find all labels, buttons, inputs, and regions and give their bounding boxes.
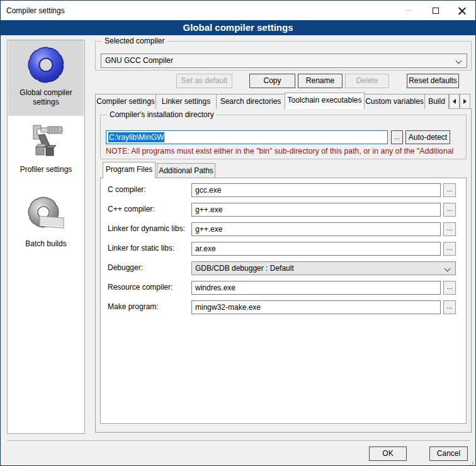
footer-divider: [7, 440, 470, 441]
window-title: Compiler settings: [1, 6, 396, 15]
selected-compiler-group: Selected compiler GNU GCC Compiler: [95, 41, 472, 71]
field-row-make-program: Make program: mingw32-make.exe ...: [100, 300, 467, 314]
selected-compiler-group-label: Selected compiler: [102, 37, 167, 45]
minimize-button: [396, 1, 422, 20]
resource-compiler-input[interactable]: windres.exe: [191, 281, 441, 295]
maximize-button[interactable]: [422, 1, 449, 20]
tab-search-directories[interactable]: Search directories: [216, 94, 285, 109]
ok-button[interactable]: OK: [369, 446, 407, 461]
resource-compiler-browse-button[interactable]: ...: [443, 281, 456, 295]
resize-grip[interactable]: [472, 462, 473, 463]
installation-directory-input[interactable]: C:\raylib\MinGW: [106, 130, 388, 144]
installation-note: NOTE: All programs must exist either in …: [106, 147, 465, 156]
auto-detect-button[interactable]: Auto-detect: [405, 130, 450, 144]
settings-category-list: Global compiler settings Profiler settin…: [7, 40, 85, 434]
tab-linker-settings[interactable]: Linker settings: [156, 94, 217, 109]
dynamic-linker-input[interactable]: g++.exe: [191, 222, 441, 236]
close-icon: [458, 7, 466, 14]
field-row-cpp-compiler: C++ compiler: g++.exe ...: [100, 203, 467, 217]
tab-scroll-right-icon: [463, 99, 467, 104]
static-linker-input[interactable]: ar.exe: [191, 242, 441, 256]
tab-compiler-settings[interactable]: Compiler settings: [95, 94, 156, 109]
cancel-button[interactable]: Cancel: [429, 446, 468, 461]
field-label: C++ compiler:: [108, 205, 155, 213]
copy-button[interactable]: Copy: [249, 74, 295, 88]
cpp-compiler-browse-button[interactable]: ...: [443, 203, 456, 217]
rename-button[interactable]: Rename: [298, 74, 343, 88]
sidebar-item-label: Global compiler settings: [8, 88, 84, 107]
tab-additional-paths[interactable]: Additional Paths: [157, 163, 215, 178]
debugger-select[interactable]: GDB/CDB debugger : Default: [191, 261, 456, 275]
tab-scroll-right-button[interactable]: [460, 94, 470, 109]
sidebar-item-profiler-settings[interactable]: Profiler settings: [8, 117, 84, 185]
tab-program-files[interactable]: Program Files: [103, 162, 156, 178]
maximize-icon: [433, 8, 439, 14]
field-label: C compiler:: [108, 185, 146, 194]
tab-toolchain-executables[interactable]: Toolchain executables: [285, 93, 365, 109]
cpp-compiler-input[interactable]: g++.exe: [191, 203, 441, 217]
installation-directory-value: C:\raylib\MinGW: [108, 132, 164, 142]
tab-build-options[interactable]: Build: [424, 94, 449, 109]
field-label: Linker for static libs:: [108, 244, 174, 253]
field-row-c-compiler: C compiler: gcc.exe ...: [100, 183, 467, 197]
close-button[interactable]: [449, 1, 475, 20]
c-compiler-browse-button[interactable]: ...: [443, 183, 456, 197]
make-program-browse-button[interactable]: ...: [443, 300, 456, 314]
sidebar-item-label: Profiler settings: [20, 165, 72, 174]
compiler-select[interactable]: GNU GCC Compiler: [101, 54, 467, 68]
reset-defaults-button[interactable]: Reset defaults: [407, 74, 459, 88]
gray-gear-papers-icon: [25, 193, 67, 236]
installation-directory-group: Compiler's installation directory C:\ray…: [100, 115, 467, 159]
set-as-default-button: Set as default: [176, 74, 232, 88]
field-label: Make program:: [108, 302, 159, 311]
compiler-settings-dialog: Compiler settings Global compiler settin…: [0, 0, 476, 466]
micrometer-icon: [26, 122, 66, 162]
sidebar-item-global-compiler-settings[interactable]: Global compiler settings: [8, 40, 84, 116]
blue-gear-icon: [26, 45, 66, 85]
compiler-select-value: GNU GCC Compiler: [105, 56, 173, 65]
sidebar-item-label: Batch builds: [25, 239, 66, 249]
installation-directory-group-label: Compiler's installation directory: [107, 110, 217, 119]
field-label: Linker for dynamic libs:: [108, 224, 185, 233]
delete-button: Delete: [345, 74, 389, 88]
page-title: Global compiler settings: [1, 20, 475, 35]
field-label: Resource compiler:: [108, 283, 173, 292]
static-linker-browse-button[interactable]: ...: [443, 242, 456, 256]
tab-scroll-left-button[interactable]: [449, 94, 460, 109]
tab-custom-variables[interactable]: Custom variables: [364, 94, 425, 109]
dynamic-linker-browse-button[interactable]: ...: [443, 222, 456, 236]
field-row-static-linker: Linker for static libs: ar.exe ...: [100, 242, 467, 256]
make-program-input[interactable]: mingw32-make.exe: [191, 300, 441, 314]
chevron-down-icon: [456, 58, 462, 64]
chevron-down-icon: [445, 266, 451, 272]
debugger-select-value: GDB/CDB debugger : Default: [195, 264, 294, 273]
field-row-debugger: Debugger: GDB/CDB debugger : Default: [100, 261, 467, 275]
browse-directory-button[interactable]: ...: [391, 130, 403, 144]
minimize-icon: [406, 10, 412, 11]
field-row-resource-compiler: Resource compiler: windres.exe ...: [100, 281, 467, 295]
field-row-dynamic-linker: Linker for dynamic libs: g++.exe ...: [100, 222, 467, 236]
title-bar: Compiler settings: [1, 1, 475, 20]
sidebar-item-batch-builds[interactable]: Batch builds: [8, 189, 84, 266]
field-label: Debugger:: [108, 263, 143, 272]
c-compiler-input[interactable]: gcc.exe: [191, 183, 441, 197]
tab-scroll-left-icon: [453, 99, 456, 104]
